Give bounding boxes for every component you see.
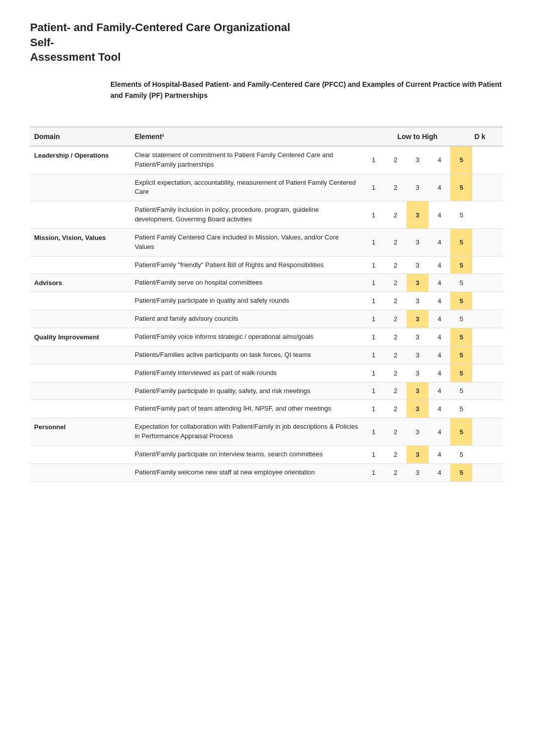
score-cell[interactable]: 3	[407, 418, 429, 446]
score-cell[interactable]: 4	[429, 445, 451, 463]
score-cell[interactable]: 2	[384, 310, 407, 328]
score-cell[interactable]: 2	[384, 228, 407, 256]
score-cell[interactable]: 3	[407, 400, 429, 418]
score-cell[interactable]: 2	[384, 382, 407, 400]
score-cell[interactable]: 2	[384, 418, 407, 446]
domain-cell	[30, 174, 130, 201]
score-cell[interactable]: 3	[407, 174, 429, 201]
score-cell[interactable]: 3	[407, 146, 429, 174]
score-cell[interactable]: 5	[450, 146, 472, 174]
score-cell[interactable]: 4	[429, 174, 451, 201]
score-cell[interactable]: 3	[407, 328, 429, 346]
score-cell[interactable]: 4	[429, 274, 451, 292]
score-cell[interactable]: 5	[450, 346, 472, 364]
score-cell[interactable]: 5	[450, 328, 472, 346]
dk-cell	[472, 310, 503, 328]
score-cell[interactable]: 5	[450, 174, 472, 201]
score-cell[interactable]: 5	[450, 364, 472, 382]
element-cell: Patient/Family "friendly" Patient Bill o…	[130, 256, 362, 274]
score-cell[interactable]: 3	[407, 445, 429, 463]
score-cell[interactable]: 1	[362, 256, 384, 274]
score-cell[interactable]: 3	[407, 256, 429, 274]
score-cell[interactable]: 2	[384, 146, 407, 174]
score-cell[interactable]: 1	[362, 445, 384, 463]
score-cell[interactable]: 5	[450, 292, 472, 310]
score-cell[interactable]: 2	[384, 201, 407, 229]
score-cell[interactable]: 1	[362, 463, 384, 481]
score-cell[interactable]: 4	[429, 201, 451, 229]
domain-cell	[30, 310, 130, 328]
score-cell[interactable]: 1	[362, 364, 384, 382]
element-cell: Patient/Family part of team attending IH…	[130, 400, 362, 418]
score-cell[interactable]: 2	[384, 174, 407, 201]
domain-cell	[30, 400, 130, 418]
element-cell: Patient/Family serve on hospital committ…	[130, 274, 362, 292]
score-cell[interactable]: 2	[384, 274, 407, 292]
score-cell[interactable]: 1	[362, 201, 384, 229]
score-cell[interactable]: 1	[362, 146, 384, 174]
domain-cell	[30, 292, 130, 310]
score-cell[interactable]: 1	[362, 418, 384, 446]
score-cell[interactable]: 3	[407, 463, 429, 481]
score-cell[interactable]: 1	[362, 346, 384, 364]
score-cell[interactable]: 3	[407, 364, 429, 382]
score-cell[interactable]: 3	[407, 228, 429, 256]
score-cell[interactable]: 2	[384, 364, 407, 382]
score-cell[interactable]: 5	[450, 418, 472, 446]
score-cell[interactable]: 2	[384, 463, 407, 481]
score-cell[interactable]: 2	[384, 445, 407, 463]
domain-cell	[30, 463, 130, 481]
score-cell[interactable]: 4	[429, 256, 451, 274]
score-cell[interactable]: 3	[407, 382, 429, 400]
score-cell[interactable]: 3	[407, 310, 429, 328]
score-cell[interactable]: 1	[362, 382, 384, 400]
score-cell[interactable]: 1	[362, 328, 384, 346]
score-cell[interactable]: 4	[429, 418, 451, 446]
score-cell[interactable]: 4	[429, 228, 451, 256]
score-cell[interactable]: 4	[429, 400, 451, 418]
score-cell[interactable]: 4	[429, 364, 451, 382]
score-cell[interactable]: 1	[362, 400, 384, 418]
score-cell[interactable]: 4	[429, 346, 451, 364]
score-cell[interactable]: 5	[450, 463, 472, 481]
score-cell[interactable]: 2	[384, 292, 407, 310]
score-cell[interactable]: 5	[450, 382, 472, 400]
score-cell[interactable]: 4	[429, 146, 451, 174]
score-cell[interactable]: 3	[407, 274, 429, 292]
score-cell[interactable]: 1	[362, 292, 384, 310]
score-cell[interactable]: 5	[450, 274, 472, 292]
score-cell[interactable]: 4	[429, 328, 451, 346]
score-cell[interactable]: 5	[450, 228, 472, 256]
score-cell[interactable]: 2	[384, 328, 407, 346]
domain-cell	[30, 256, 130, 274]
score-cell[interactable]: 3	[407, 201, 429, 229]
score-cell[interactable]: 4	[429, 310, 451, 328]
table-row: Patient/Family part of team attending IH…	[30, 400, 503, 418]
dk-cell	[472, 146, 503, 174]
score-cell[interactable]: 1	[362, 274, 384, 292]
score-cell[interactable]: 5	[450, 256, 472, 274]
score-cell[interactable]: 3	[407, 292, 429, 310]
score-cell[interactable]: 2	[384, 400, 407, 418]
element-cell: Patient/Family welcome new staff at new …	[130, 463, 362, 481]
score-cell[interactable]: 4	[429, 292, 451, 310]
score-cell[interactable]: 1	[362, 310, 384, 328]
score-cell[interactable]: 3	[407, 346, 429, 364]
score-cell[interactable]: 4	[429, 463, 451, 481]
domain-cell	[30, 346, 130, 364]
domain-cell	[30, 445, 130, 463]
score-cell[interactable]: 2	[384, 256, 407, 274]
table-row: Patient/Family participate in quality an…	[30, 292, 503, 310]
score-cell[interactable]: 5	[450, 310, 472, 328]
score-cell[interactable]: 1	[362, 174, 384, 201]
score-cell[interactable]: 1	[362, 228, 384, 256]
score-cell[interactable]: 5	[450, 445, 472, 463]
score-cell[interactable]: 5	[450, 201, 472, 229]
element-cell: Explicit expectation, accountability, me…	[130, 174, 362, 201]
col-dk: D k	[472, 127, 503, 146]
score-cell[interactable]: 2	[384, 346, 407, 364]
score-cell[interactable]: 5	[450, 400, 472, 418]
element-cell: Clear statement of commitment to Patient…	[130, 146, 362, 174]
score-cell[interactable]: 4	[429, 382, 451, 400]
element-cell: Patient/Family voice informs strategic /…	[130, 328, 362, 346]
